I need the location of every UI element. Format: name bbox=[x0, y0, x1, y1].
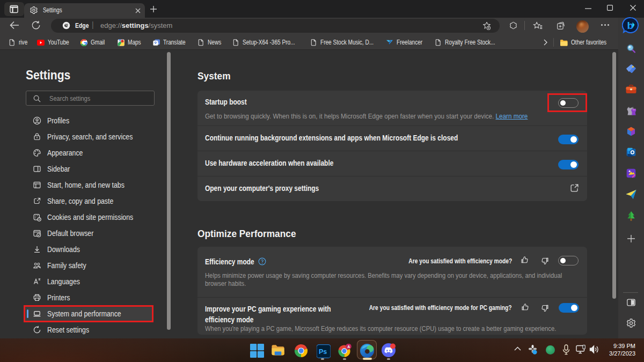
svg-text:b: b bbox=[627, 20, 634, 31]
svg-text:A: A bbox=[347, 345, 350, 349]
svg-text:Ps: Ps bbox=[319, 348, 327, 356]
